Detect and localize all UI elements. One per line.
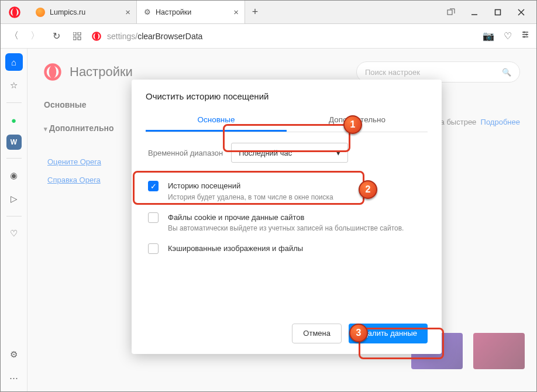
- svg-point-12: [95, 33, 99, 40]
- option-cache[interactable]: Кэшированные изображения и файлы: [146, 238, 428, 259]
- sidebar-whatsapp-icon[interactable]: ●: [5, 111, 23, 129]
- annotation-callout-1: 1: [343, 115, 362, 134]
- option-browsing-history[interactable]: ✓ Историю посещений История будет удален…: [146, 176, 428, 207]
- title-bar: Lumpics.ru × ⚙ Настройки × +: [1, 1, 536, 24]
- opera-menu-button[interactable]: [1, 1, 29, 24]
- dialog-buttons: Отмена Удалить данные: [146, 324, 428, 343]
- sidebar-player-icon[interactable]: ◉: [5, 167, 23, 184]
- bookmark-icon[interactable]: ♡: [504, 30, 512, 42]
- clear-data-dialog: Очистить историю посещений Основные Допо…: [132, 80, 442, 354]
- sidebar-settings-icon[interactable]: ⚙: [5, 346, 23, 363]
- back-button[interactable]: 〈: [8, 30, 20, 42]
- window-controls: [440, 4, 536, 20]
- option-cookies[interactable]: Файлы cookie и прочие данные сайтов Вы а…: [146, 207, 428, 239]
- minimize-button[interactable]: [464, 4, 485, 20]
- option-subtitle: История будет удалена, в том числе в окн…: [168, 192, 333, 202]
- reload-button[interactable]: ↻: [50, 30, 63, 42]
- tab-title: Настройки: [156, 8, 191, 16]
- svg-point-1: [12, 8, 17, 16]
- url-field[interactable]: settings/clearBrowserData: [92, 32, 474, 41]
- time-range-label: Временной диапазон: [148, 149, 223, 157]
- sidebar: ⌂ ☆ ● W ◉ ▷ ♡ ⚙ ⋯: [1, 49, 27, 392]
- time-range-select[interactable]: Последний час ▾: [231, 143, 348, 163]
- option-title: Файлы cookie и прочие данные сайтов: [168, 212, 404, 223]
- sidebar-vk-icon[interactable]: W: [6, 135, 22, 150]
- annotation-callout-3: 3: [349, 324, 368, 342]
- tab-title: Lumpics.ru: [50, 8, 85, 16]
- time-range-row: Временной диапазон Последний час ▾: [146, 143, 428, 163]
- url-path: clearBrowserData: [137, 32, 202, 41]
- svg-rect-2: [448, 10, 452, 15]
- option-title: Историю посещений: [168, 180, 333, 192]
- svg-rect-4: [495, 9, 501, 15]
- dialog-title: Очистить историю посещений: [146, 91, 428, 101]
- svg-rect-8: [78, 32, 81, 35]
- snapshot-icon[interactable]: 📷: [483, 30, 494, 42]
- close-tab-icon[interactable]: ×: [233, 7, 239, 17]
- annotation-callout-2: 2: [359, 180, 377, 199]
- address-bar: 〈 〉 ↻ settings/clearBrowserData 📷 ♡: [1, 24, 536, 49]
- new-tab-button[interactable]: +: [245, 1, 265, 23]
- checkbox-unchecked-icon[interactable]: [148, 243, 159, 254]
- checkbox-unchecked-icon[interactable]: [148, 212, 159, 223]
- close-window-button[interactable]: [511, 4, 532, 20]
- favicon-gear-icon: ⚙: [144, 8, 151, 16]
- time-range-value: Последний час: [239, 149, 292, 157]
- svg-rect-10: [78, 37, 81, 40]
- opera-url-icon: [92, 32, 101, 41]
- maximize-button[interactable]: [487, 4, 508, 20]
- dialog-tab-basic[interactable]: Основные: [146, 109, 287, 132]
- checkbox-checked-icon[interactable]: ✓: [148, 181, 159, 191]
- dialog-tabs: Основные Дополнительно: [146, 109, 428, 132]
- sidebar-history-icon[interactable]: ♡: [5, 225, 23, 242]
- sidebar-bookmarks-icon[interactable]: ☆: [5, 77, 23, 94]
- sidebar-more-icon[interactable]: ⋯: [5, 369, 23, 387]
- sidebar-home-icon[interactable]: ⌂: [5, 53, 23, 71]
- svg-rect-7: [73, 32, 76, 35]
- forward-button[interactable]: 〉: [29, 30, 42, 42]
- url-prefix: settings/: [107, 32, 137, 41]
- option-subtitle: Вы автоматически выйдете из учетных запи…: [168, 223, 404, 233]
- cancel-button[interactable]: Отмена: [292, 324, 342, 343]
- sidebar-flow-icon[interactable]: ▷: [5, 190, 23, 208]
- close-tab-icon[interactable]: ×: [125, 7, 130, 17]
- easy-setup-icon[interactable]: [521, 30, 529, 42]
- tab-settings[interactable]: ⚙ Настройки ×: [137, 1, 245, 23]
- chevron-down-icon: ▾: [336, 149, 340, 157]
- svg-point-17: [526, 34, 528, 36]
- speed-dial-button[interactable]: [71, 32, 84, 40]
- tab-lumpics[interactable]: Lumpics.ru ×: [29, 1, 137, 23]
- svg-rect-9: [73, 37, 76, 40]
- opera-logo-icon: [9, 6, 20, 18]
- browser-window: Lumpics.ru × ⚙ Настройки × + 〈 〉 ↻ setti…: [0, 0, 537, 392]
- favicon-lumpics-icon: [36, 8, 45, 17]
- sidebar-separator: [6, 158, 22, 159]
- option-title: Кэшированные изображения и файлы: [168, 243, 303, 255]
- svg-point-16: [524, 32, 525, 33]
- sidebar-separator: [6, 102, 22, 103]
- tab-strip: Lumpics.ru × ⚙ Настройки × +: [29, 1, 265, 23]
- svg-point-18: [524, 36, 525, 38]
- new-window-icon[interactable]: [440, 4, 462, 20]
- sidebar-separator: [6, 216, 22, 216]
